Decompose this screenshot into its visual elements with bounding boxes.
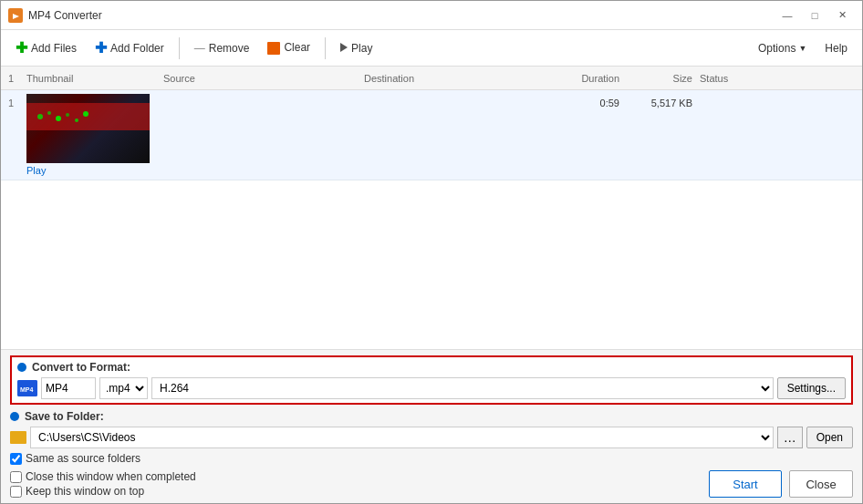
options-button[interactable]: Options ▼ — [751, 38, 814, 58]
folder-label-row: Save to Folder: — [10, 410, 853, 423]
mp4-format-icon: MP4 — [17, 380, 37, 396]
same-source-row: Same as source folders — [10, 452, 853, 465]
row-size: 5,517 KB — [619, 94, 692, 108]
remove-label: Remove — [209, 42, 250, 55]
maximize-button[interactable]: □ — [802, 5, 827, 26]
svg-text:MP4: MP4 — [20, 386, 34, 393]
format-controls-row: MP4 .mp4 H.264 Settings... — [17, 377, 846, 399]
toolbar: ✚ Add Files ✚ Add Folder — Remove Clear … — [1, 30, 862, 67]
header-duration: Duration — [556, 73, 619, 84]
play-button[interactable]: Play — [333, 38, 380, 58]
clear-button[interactable]: Clear — [260, 37, 317, 58]
play-label: Play — [351, 42, 372, 55]
format-name-input[interactable] — [41, 377, 96, 399]
play-icon — [340, 42, 348, 55]
row-duration: 0:59 — [556, 94, 619, 108]
options-label: Options — [758, 42, 795, 55]
codec-select[interactable]: H.264 — [151, 377, 774, 399]
help-label: Help — [825, 42, 847, 55]
svg-point-6 — [75, 118, 78, 122]
svg-point-3 — [47, 111, 51, 115]
row-play-link[interactable]: Play — [26, 165, 163, 176]
header-status: Status — [692, 73, 855, 84]
title-bar: MP4 Converter — □ ✕ — [1, 1, 862, 30]
close-window-button[interactable]: ✕ — [829, 5, 855, 26]
folder-browse-button[interactable]: … — [777, 427, 803, 448]
start-button[interactable]: Start — [709, 470, 782, 498]
svg-point-7 — [83, 111, 88, 117]
header-thumbnail: Thumbnail — [26, 73, 163, 84]
convert-format-section: Convert to Format: MP4 .mp4 H.264 Settin… — [10, 355, 853, 405]
svg-point-5 — [66, 113, 69, 117]
close-when-done-item: Close this window when completed — [10, 470, 196, 483]
add-files-icon: ✚ — [16, 39, 27, 57]
same-source-label[interactable]: Same as source folders — [26, 452, 140, 465]
header-source: Source — [163, 73, 364, 84]
same-source-checkbox[interactable] — [10, 453, 22, 465]
window-controls: — □ ✕ — [775, 5, 855, 26]
remove-icon: — — [194, 42, 205, 55]
add-folder-icon: ✚ — [95, 39, 107, 57]
folder-path-select[interactable]: C:\Users\CS\Videos — [30, 427, 774, 448]
table-row: 1 Play — [1, 90, 862, 180]
separator-1 — [179, 37, 180, 59]
table-header-row: 1 Thumbnail Source Destination Duration … — [1, 67, 862, 90]
separator-2 — [325, 37, 326, 59]
folder-section-label: Save to Folder: — [25, 410, 104, 423]
format-indicator-dot — [17, 363, 26, 372]
header-destination: Destination — [364, 73, 556, 84]
save-folder-section: Save to Folder: C:\Users\CS\Videos … Ope… — [10, 410, 853, 465]
main-window: MP4 Converter — □ ✕ ✚ Add Files ✚ Add Fo… — [0, 0, 863, 504]
bottom-panel: Convert to Format: MP4 .mp4 H.264 Settin… — [1, 350, 862, 503]
bottom-action-row: Close this window when completed Keep th… — [10, 470, 853, 498]
row-thumbnail: Play — [26, 94, 163, 176]
app-icon — [8, 8, 23, 23]
clear-icon — [267, 41, 280, 55]
file-table: 1 Thumbnail Source Destination Duration … — [1, 67, 862, 350]
add-files-label: Add Files — [31, 42, 77, 55]
folder-indicator-dot — [10, 412, 19, 421]
clear-label: Clear — [284, 41, 310, 54]
row-number: 1 — [8, 94, 26, 108]
close-when-done-label[interactable]: Close this window when completed — [26, 470, 196, 483]
add-folder-label: Add Folder — [110, 42, 164, 55]
close-when-done-checkbox[interactable] — [10, 471, 22, 483]
svg-point-2 — [37, 114, 43, 119]
close-button[interactable]: Close — [789, 470, 853, 498]
svg-point-4 — [56, 116, 61, 121]
remove-button[interactable]: — Remove — [187, 38, 257, 58]
browse-dots-icon: … — [784, 430, 796, 445]
folder-open-button[interactable]: Open — [806, 427, 853, 448]
keep-on-top-checkbox[interactable] — [10, 486, 22, 498]
format-extension-select[interactable]: .mp4 — [99, 377, 148, 399]
toolbar-right: Options ▼ Help — [751, 38, 855, 58]
format-settings-button[interactable]: Settings... — [777, 377, 846, 399]
add-folder-button[interactable]: ✚ Add Folder — [88, 36, 172, 60]
minimize-button[interactable]: — — [775, 5, 800, 26]
folder-controls-row: C:\Users\CS\Videos … Open — [10, 427, 853, 448]
add-files-button[interactable]: ✚ Add Files — [8, 36, 84, 60]
thumbnail-image — [26, 94, 150, 163]
thumb-green-overlay — [36, 108, 90, 129]
header-num: 1 — [8, 73, 26, 84]
keep-on-top-item: Keep this window on top — [10, 485, 196, 498]
options-dropdown-icon: ▼ — [798, 44, 806, 53]
help-button[interactable]: Help — [817, 38, 855, 58]
header-size: Size — [619, 73, 692, 84]
keep-on-top-label[interactable]: Keep this window on top — [26, 485, 144, 498]
folder-icon — [10, 431, 26, 444]
format-section-label: Convert to Format: — [32, 361, 130, 374]
options-checkboxes: Close this window when completed Keep th… — [10, 470, 196, 498]
action-buttons: Start Close — [709, 470, 853, 498]
format-label-row: Convert to Format: — [17, 361, 846, 374]
window-title: MP4 Converter — [28, 9, 775, 22]
